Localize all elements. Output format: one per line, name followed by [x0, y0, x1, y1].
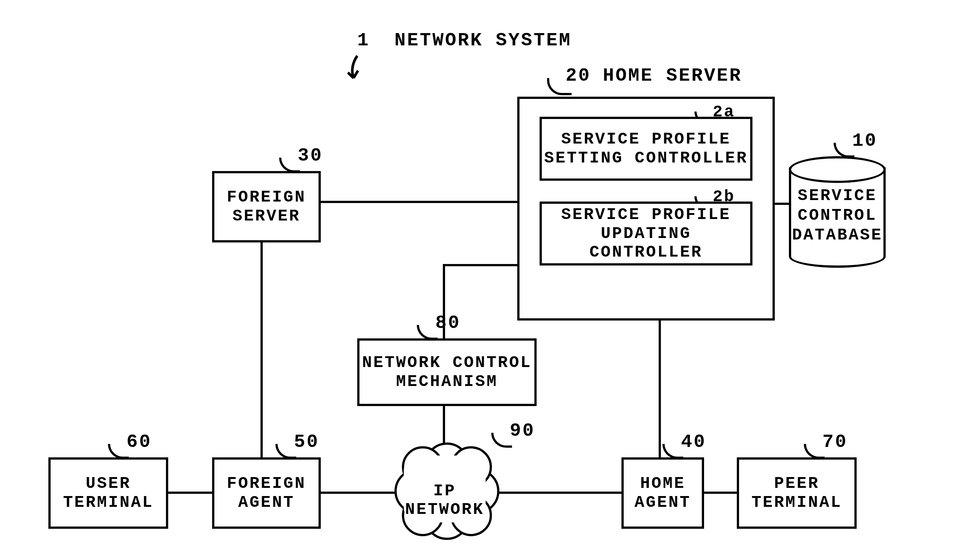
leader-line [547, 78, 571, 95]
connector [312, 201, 517, 203]
service-control-database: SERVICE CONTROL DATABASE [789, 156, 886, 268]
sp-setting-line2: SETTING CONTROLLER [544, 149, 748, 168]
sp-updating-controller-box: SERVICE PROFILE UPDATING CONTROLLER [539, 202, 752, 265]
db-line1: SERVICE [789, 186, 886, 206]
peer-terminal-box: PEER TERMINAL [737, 457, 857, 529]
connector [160, 492, 216, 494]
foreign-agent-line2: AGENT [238, 493, 295, 512]
diagram-ref-number: 1 [357, 30, 370, 51]
leader-line [804, 444, 825, 459]
connector [261, 238, 263, 457]
home-agent-line1: HOME [640, 474, 685, 493]
connector [659, 308, 661, 457]
ref-number-db: 10 [852, 130, 877, 151]
leader-line [279, 158, 300, 173]
leader-line [662, 444, 683, 459]
foreign-server-line1: FOREIGN [227, 188, 306, 207]
ncm-line2: MECHANISM [396, 372, 498, 391]
ref-number-foreign-agent: 50 [294, 431, 319, 453]
leader-line [108, 444, 129, 459]
home-server-box: 2a SERVICE PROFILE SETTING CONTROLLER 2b… [517, 97, 775, 320]
label-home-server: HOME SERVER [603, 65, 742, 86]
foreign-server-line2: SERVER [232, 207, 300, 226]
db-line2: CONTROL [789, 206, 886, 225]
home-agent-line2: AGENT [635, 493, 691, 512]
leader-line [833, 143, 854, 158]
user-terminal-line2: TERMINAL [63, 493, 153, 512]
network-control-mechanism-box: NETWORK CONTROL MECHANISM [357, 338, 537, 406]
sp-setting-controller-box: SERVICE PROFILE SETTING CONTROLLER [539, 117, 752, 181]
sp-update-line1: SERVICE PROFILE [561, 205, 731, 224]
user-terminal-line1: USER [85, 474, 131, 493]
ref-number-peer-terminal: 70 [822, 431, 848, 453]
ref-number-ip-network: 90 [510, 420, 535, 442]
ip-network-cloud: IP NETWORK [391, 442, 499, 535]
leader-line [417, 325, 438, 340]
foreign-server-box: FOREIGN SERVER [212, 171, 321, 242]
home-agent-box: HOME AGENT [621, 457, 704, 529]
ip-network-label: IP NETWORK [391, 482, 499, 519]
diagram-title: NETWORK SYSTEM [394, 30, 571, 51]
ref-number-user-terminal: 60 [127, 431, 152, 453]
peer-terminal-line2: TERMINAL [752, 493, 842, 512]
arrow-icon [335, 52, 365, 89]
connector [443, 264, 517, 266]
ncm-line1: NETWORK CONTROL [362, 353, 532, 372]
db-line3: DATABASE [789, 225, 886, 245]
foreign-agent-box: FOREIGN AGENT [212, 457, 321, 529]
foreign-agent-line1: FOREIGN [227, 474, 306, 493]
connector [443, 402, 445, 446]
ref-number-foreign-server: 30 [298, 145, 323, 166]
sp-update-line2: UPDATING CONTROLLER [542, 224, 750, 262]
peer-terminal-line1: PEER [774, 474, 819, 493]
ref-number-home-agent: 40 [681, 431, 706, 453]
leader-line [276, 444, 296, 459]
sp-setting-line1: SERVICE PROFILE [561, 130, 731, 149]
user-terminal-box: USER TERMINAL [48, 457, 168, 529]
connector [495, 492, 625, 494]
ref-number-ncm: 80 [435, 312, 461, 333]
